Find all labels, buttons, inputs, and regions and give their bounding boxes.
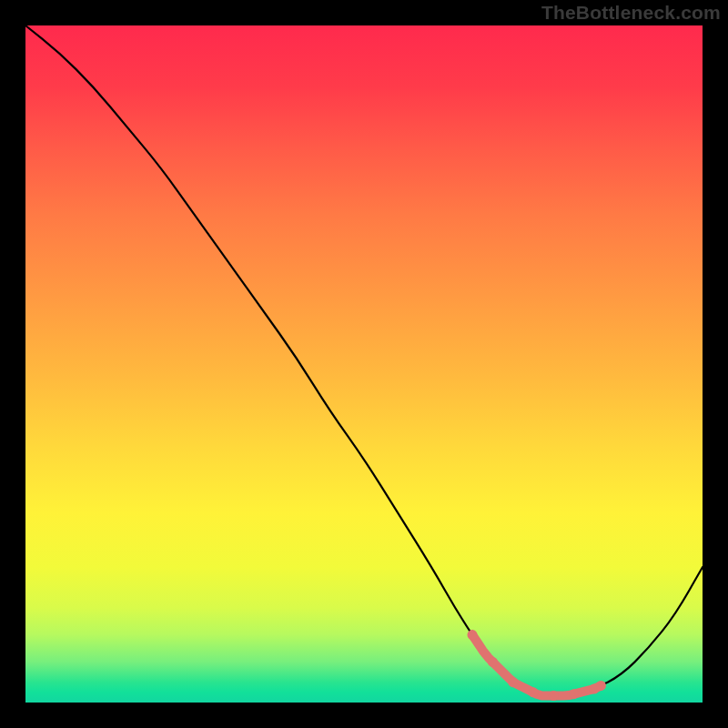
chart-frame: TheBottleneck.com [0, 0, 728, 728]
optimal-dot [508, 677, 518, 687]
optimal-dot [468, 630, 478, 640]
optimal-dot [569, 689, 579, 699]
optimal-dot [596, 681, 606, 691]
bottleneck-curve [25, 25, 703, 696]
optimal-dot [488, 657, 498, 667]
plot-area [25, 25, 703, 703]
optimal-dot [529, 687, 539, 697]
curve-svg [25, 25, 703, 703]
watermark-text: TheBottleneck.com [541, 2, 721, 24]
optimal-dot [549, 691, 559, 701]
